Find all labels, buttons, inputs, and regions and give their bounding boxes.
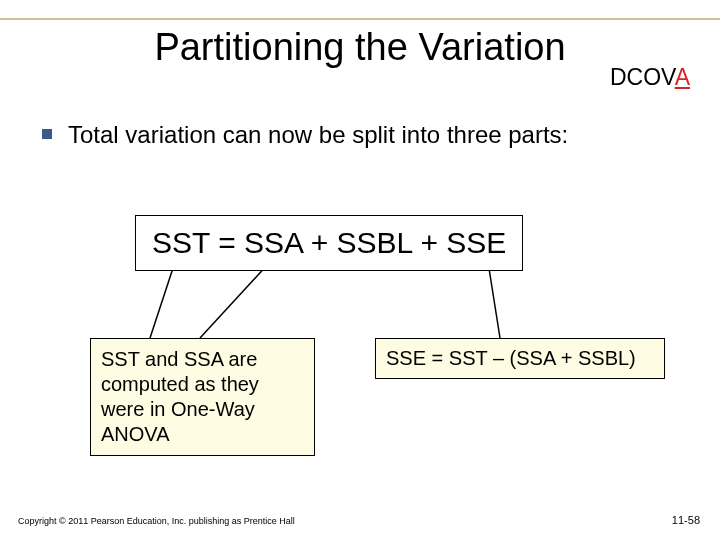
page-number: 11-58 <box>672 514 700 526</box>
bullet-item: Total variation can now be split into th… <box>42 120 682 150</box>
svg-line-1 <box>200 262 270 338</box>
note-left-box: SST and SSA are computed as they were in… <box>90 338 315 456</box>
bullet-text: Total variation can now be split into th… <box>68 120 568 150</box>
dcova-prefix: DCOV <box>610 64 675 90</box>
note-right-box: SSE = SST – (SSA + SSBL) <box>375 338 665 379</box>
equation-box: SST = SSA + SSBL + SSE <box>135 215 523 271</box>
slide-title: Partitioning the Variation <box>0 26 720 69</box>
dcova-tag: DCOVA <box>610 64 690 91</box>
svg-line-0 <box>150 262 175 338</box>
copyright-text: Copyright © 2011 Pearson Education, Inc.… <box>18 516 295 526</box>
svg-line-2 <box>488 262 500 338</box>
top-rule <box>0 18 720 20</box>
bullet-icon <box>42 129 52 139</box>
dcova-highlight: A <box>675 64 690 90</box>
